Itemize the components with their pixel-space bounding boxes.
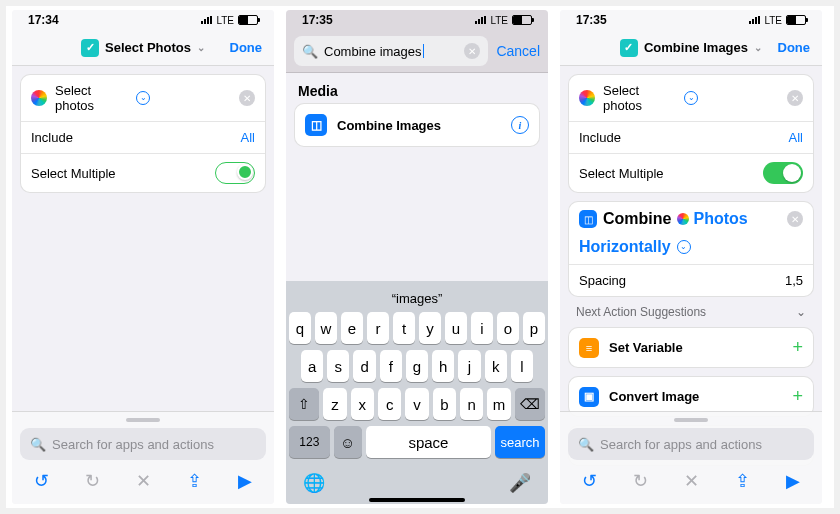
titlebar: ✓ Combine Images ⌄ Done bbox=[560, 30, 822, 66]
select-multiple-label: Select Multiple bbox=[31, 166, 207, 181]
delete-icon: ✕ bbox=[136, 470, 151, 492]
key-p[interactable]: p bbox=[523, 312, 545, 344]
search-placeholder: Search for apps and actions bbox=[600, 437, 762, 452]
key-m[interactable]: m bbox=[487, 388, 510, 420]
select-photos-card: Select photos ⌄ ✕ Include All Select Mul… bbox=[568, 74, 814, 193]
key-s[interactable]: s bbox=[327, 350, 349, 382]
sugg-label: Set Variable bbox=[609, 340, 782, 355]
key-x[interactable]: x bbox=[351, 388, 374, 420]
home-indicator[interactable] bbox=[369, 498, 465, 502]
key-e[interactable]: e bbox=[341, 312, 363, 344]
run-icon[interactable]: ▶ bbox=[786, 470, 800, 492]
suggestion-set-variable[interactable]: ≡ Set Variable + bbox=[568, 327, 814, 368]
select-multiple-label: Select Multiple bbox=[579, 166, 755, 181]
share-icon[interactable]: ⇪ bbox=[735, 470, 750, 492]
key-q[interactable]: q bbox=[289, 312, 311, 344]
undo-icon[interactable]: ↺ bbox=[582, 470, 597, 492]
status-bar: 17:34 LTE bbox=[12, 10, 274, 30]
key-d[interactable]: d bbox=[353, 350, 375, 382]
remove-action-icon[interactable]: ✕ bbox=[239, 90, 255, 106]
select-photos-card: Select photos ⌄ ✕ Include All Select Mul… bbox=[20, 74, 266, 193]
keyboard[interactable]: “images” q w e r t y u i o p a s d f g h bbox=[286, 281, 548, 504]
run-icon[interactable]: ▶ bbox=[238, 470, 252, 492]
battery-icon bbox=[238, 15, 258, 25]
search-icon: 🔍 bbox=[578, 437, 594, 452]
add-icon[interactable]: + bbox=[792, 337, 803, 358]
key-123[interactable]: 123 bbox=[289, 426, 330, 458]
expand-icon[interactable]: ⌄ bbox=[136, 91, 150, 105]
search-field[interactable]: 🔍 Combine images ✕ bbox=[294, 36, 488, 66]
key-h[interactable]: h bbox=[432, 350, 454, 382]
key-a[interactable]: a bbox=[301, 350, 323, 382]
select-multiple-toggle[interactable] bbox=[215, 162, 255, 184]
undo-icon[interactable]: ↺ bbox=[34, 470, 49, 492]
key-backspace[interactable]: ⌫ bbox=[515, 388, 545, 420]
include-value[interactable]: All bbox=[241, 130, 255, 145]
delete-icon: ✕ bbox=[684, 470, 699, 492]
select-multiple-toggle[interactable] bbox=[763, 162, 803, 184]
include-value[interactable]: All bbox=[789, 130, 803, 145]
key-z[interactable]: z bbox=[323, 388, 346, 420]
network-label: LTE bbox=[490, 15, 508, 26]
editor-toolbar: ↺ ↻ ✕ ⇪ ▶ bbox=[568, 460, 814, 494]
chevron-down-icon[interactable]: ⌄ bbox=[754, 42, 762, 53]
key-emoji[interactable]: ☺ bbox=[334, 426, 362, 458]
key-n[interactable]: n bbox=[460, 388, 483, 420]
cancel-button[interactable]: Cancel bbox=[496, 43, 540, 59]
key-k[interactable]: k bbox=[485, 350, 507, 382]
editor-toolbar: ↺ ↻ ✕ ⇪ ▶ bbox=[20, 460, 266, 494]
expand-icon[interactable]: ⌄ bbox=[677, 240, 691, 254]
key-g[interactable]: g bbox=[406, 350, 428, 382]
done-button[interactable]: Done bbox=[778, 30, 811, 65]
key-y[interactable]: y bbox=[419, 312, 441, 344]
key-c[interactable]: c bbox=[378, 388, 401, 420]
key-t[interactable]: t bbox=[393, 312, 415, 344]
key-shift[interactable]: ⇧ bbox=[289, 388, 319, 420]
action-search[interactable]: 🔍 Search for apps and actions bbox=[568, 428, 814, 460]
redo-icon: ↻ bbox=[633, 470, 648, 492]
expand-icon[interactable]: ⌄ bbox=[684, 91, 698, 105]
key-j[interactable]: j bbox=[458, 350, 480, 382]
key-f[interactable]: f bbox=[380, 350, 402, 382]
clear-search-icon[interactable]: ✕ bbox=[464, 43, 480, 59]
add-icon[interactable]: + bbox=[792, 386, 803, 407]
convert-image-icon: ▣ bbox=[579, 387, 599, 407]
key-l[interactable]: l bbox=[511, 350, 533, 382]
network-label: LTE bbox=[216, 15, 234, 26]
mic-icon[interactable]: 🎤 bbox=[509, 472, 531, 494]
key-o[interactable]: o bbox=[497, 312, 519, 344]
action-search[interactable]: 🔍 Search for apps and actions bbox=[20, 428, 266, 460]
key-space[interactable]: space bbox=[366, 426, 491, 458]
titlebar: ✓ Select Photos ⌄ Done bbox=[12, 30, 274, 66]
combine-input-token[interactable]: Photos bbox=[677, 210, 747, 228]
kb-suggestion[interactable]: “images” bbox=[392, 291, 443, 306]
remove-action-icon[interactable]: ✕ bbox=[787, 90, 803, 106]
signal-icon bbox=[201, 16, 212, 24]
spacing-label: Spacing bbox=[579, 273, 777, 288]
key-w[interactable]: w bbox=[315, 312, 337, 344]
screen-3: 17:35 LTE ✓ Combine Images ⌄ Done Select… bbox=[560, 10, 822, 504]
keyboard-suggestion-bar[interactable]: “images” bbox=[289, 285, 545, 312]
key-r[interactable]: r bbox=[367, 312, 389, 344]
key-v[interactable]: v bbox=[405, 388, 428, 420]
remove-action-icon[interactable]: ✕ bbox=[787, 211, 803, 227]
key-b[interactable]: b bbox=[433, 388, 456, 420]
set-variable-icon: ≡ bbox=[579, 338, 599, 358]
drag-handle[interactable] bbox=[674, 418, 708, 422]
chevron-down-icon[interactable]: ⌄ bbox=[197, 42, 205, 53]
key-search[interactable]: search bbox=[495, 426, 545, 458]
chevron-down-icon[interactable]: ⌄ bbox=[796, 305, 806, 319]
key-u[interactable]: u bbox=[445, 312, 467, 344]
spacing-value[interactable]: 1,5 bbox=[785, 273, 803, 288]
info-icon[interactable]: i bbox=[511, 116, 529, 134]
signal-icon bbox=[749, 16, 760, 24]
combine-images-card: ◫ Combine Photos ✕ Horizontally ⌄ bbox=[568, 201, 814, 297]
share-icon[interactable]: ⇪ bbox=[187, 470, 202, 492]
drag-handle[interactable] bbox=[126, 418, 160, 422]
key-i[interactable]: i bbox=[471, 312, 493, 344]
combine-images-result[interactable]: ◫ Combine Images i bbox=[294, 103, 540, 147]
globe-icon[interactable]: 🌐 bbox=[303, 472, 325, 494]
combine-mode-token[interactable]: Horizontally bbox=[579, 238, 671, 256]
done-button[interactable]: Done bbox=[230, 30, 263, 65]
search-placeholder: Search for apps and actions bbox=[52, 437, 214, 452]
